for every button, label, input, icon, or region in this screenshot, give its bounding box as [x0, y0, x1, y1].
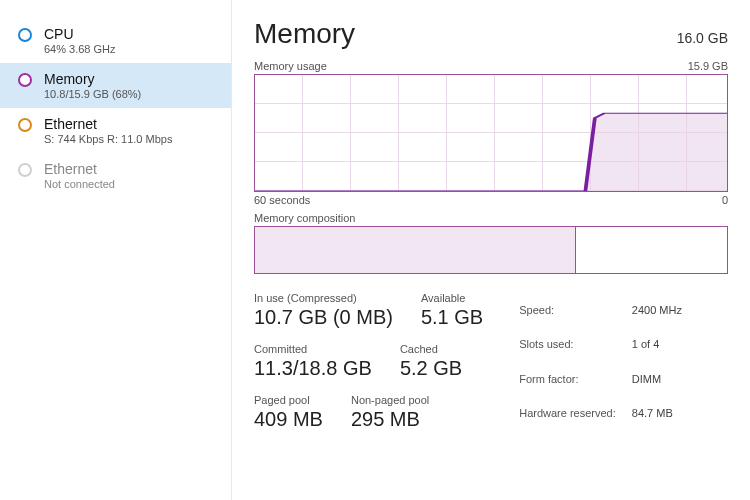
x-axis-right: 0: [722, 194, 728, 206]
sidebar-item-cpu[interactable]: CPU 64% 3.68 GHz: [0, 18, 231, 63]
memory-details-table: Speed:2400 MHz Slots used:1 of 4 Form fa…: [517, 292, 684, 431]
stat-paged-pool: Paged pool 409 MB: [254, 394, 323, 431]
sidebar-item-ethernet-1[interactable]: Ethernet S: 744 Kbps R: 11.0 Mbps: [0, 108, 231, 153]
main-panel: Memory 16.0 GB Memory usage 15.9 GB 60 s…: [232, 0, 750, 500]
sidebar-item-sub: S: 744 Kbps R: 11.0 Mbps: [44, 133, 172, 145]
ethernet-icon: [18, 163, 32, 177]
sidebar-item-label: CPU: [44, 26, 116, 42]
sidebar-item-sub: 10.8/15.9 GB (68%): [44, 88, 141, 100]
sidebar-item-label: Ethernet: [44, 161, 115, 177]
sidebar-item-ethernet-2[interactable]: Ethernet Not connected: [0, 153, 231, 198]
detail-label: Form factor:: [519, 363, 630, 395]
usage-chart-max: 15.9 GB: [688, 60, 728, 72]
usage-line-icon: [255, 75, 727, 191]
detail-value: 2400 MHz: [632, 294, 682, 326]
detail-value: 1 of 4: [632, 328, 682, 360]
stat-available: Available 5.1 GB: [421, 292, 483, 329]
cpu-icon: [18, 28, 32, 42]
detail-value: DIMM: [632, 363, 682, 395]
stat-committed: Committed 11.3/18.8 GB: [254, 343, 372, 380]
memory-icon: [18, 73, 32, 87]
composition-used-segment: [255, 227, 576, 273]
installed-capacity: 16.0 GB: [677, 30, 728, 46]
detail-label: Slots used:: [519, 328, 630, 360]
detail-label: Hardware reserved:: [519, 397, 630, 429]
sidebar-item-memory[interactable]: Memory 10.8/15.9 GB (68%): [0, 63, 231, 108]
composition-label: Memory composition: [254, 212, 355, 224]
usage-chart-label: Memory usage: [254, 60, 327, 72]
stat-cached: Cached 5.2 GB: [400, 343, 462, 380]
detail-value: 84.7 MB: [632, 397, 682, 429]
x-axis-left: 60 seconds: [254, 194, 310, 206]
ethernet-icon: [18, 118, 32, 132]
page-title: Memory: [254, 18, 355, 50]
sidebar-item-sub: Not connected: [44, 178, 115, 190]
stat-in-use: In use (Compressed) 10.7 GB (0 MB): [254, 292, 393, 329]
sidebar-item-label: Ethernet: [44, 116, 172, 132]
composition-free-segment: [576, 227, 727, 273]
sidebar: CPU 64% 3.68 GHz Memory 10.8/15.9 GB (68…: [0, 0, 232, 500]
sidebar-item-sub: 64% 3.68 GHz: [44, 43, 116, 55]
memory-composition-bar: [254, 226, 728, 274]
sidebar-item-label: Memory: [44, 71, 141, 87]
stat-nonpaged-pool: Non-paged pool 295 MB: [351, 394, 429, 431]
detail-label: Speed:: [519, 294, 630, 326]
memory-usage-chart: [254, 74, 728, 192]
